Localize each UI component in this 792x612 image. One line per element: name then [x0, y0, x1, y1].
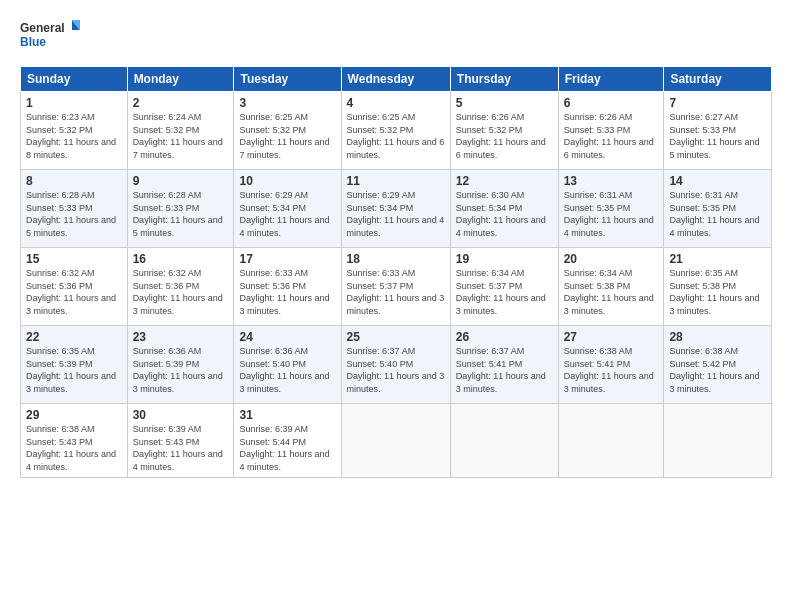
day-number: 18: [347, 252, 445, 266]
calendar-cell: 19 Sunrise: 6:34 AMSunset: 5:37 PMDaylig…: [450, 248, 558, 326]
day-number: 1: [26, 96, 122, 110]
day-number: 6: [564, 96, 659, 110]
day-number: 25: [347, 330, 445, 344]
day-number: 30: [133, 408, 229, 422]
calendar-cell: 11 Sunrise: 6:29 AMSunset: 5:34 PMDaylig…: [341, 170, 450, 248]
calendar-cell: 5 Sunrise: 6:26 AMSunset: 5:32 PMDayligh…: [450, 92, 558, 170]
weekday-header-monday: Monday: [127, 67, 234, 92]
day-info: Sunrise: 6:38 AMSunset: 5:43 PMDaylight:…: [26, 424, 116, 472]
day-info: Sunrise: 6:34 AMSunset: 5:37 PMDaylight:…: [456, 268, 546, 316]
calendar-cell: 23 Sunrise: 6:36 AMSunset: 5:39 PMDaylig…: [127, 326, 234, 404]
day-info: Sunrise: 6:35 AMSunset: 5:38 PMDaylight:…: [669, 268, 759, 316]
day-info: Sunrise: 6:36 AMSunset: 5:39 PMDaylight:…: [133, 346, 223, 394]
calendar-cell: 30 Sunrise: 6:39 AMSunset: 5:43 PMDaylig…: [127, 404, 234, 478]
day-number: 11: [347, 174, 445, 188]
calendar-cell: 25 Sunrise: 6:37 AMSunset: 5:40 PMDaylig…: [341, 326, 450, 404]
day-info: Sunrise: 6:38 AMSunset: 5:42 PMDaylight:…: [669, 346, 759, 394]
day-number: 27: [564, 330, 659, 344]
calendar-cell: 28 Sunrise: 6:38 AMSunset: 5:42 PMDaylig…: [664, 326, 772, 404]
calendar-cell: 26 Sunrise: 6:37 AMSunset: 5:41 PMDaylig…: [450, 326, 558, 404]
day-number: 24: [239, 330, 335, 344]
logo: General Blue: [20, 18, 80, 56]
calendar-cell: 4 Sunrise: 6:25 AMSunset: 5:32 PMDayligh…: [341, 92, 450, 170]
header: General Blue: [20, 18, 772, 56]
calendar-cell: 15 Sunrise: 6:32 AMSunset: 5:36 PMDaylig…: [21, 248, 128, 326]
day-info: Sunrise: 6:39 AMSunset: 5:43 PMDaylight:…: [133, 424, 223, 472]
calendar-cell: 13 Sunrise: 6:31 AMSunset: 5:35 PMDaylig…: [558, 170, 664, 248]
calendar-cell: 18 Sunrise: 6:33 AMSunset: 5:37 PMDaylig…: [341, 248, 450, 326]
day-info: Sunrise: 6:38 AMSunset: 5:41 PMDaylight:…: [564, 346, 654, 394]
day-number: 29: [26, 408, 122, 422]
weekday-header-wednesday: Wednesday: [341, 67, 450, 92]
calendar-cell: [450, 404, 558, 478]
calendar-cell: 22 Sunrise: 6:35 AMSunset: 5:39 PMDaylig…: [21, 326, 128, 404]
calendar-cell: 17 Sunrise: 6:33 AMSunset: 5:36 PMDaylig…: [234, 248, 341, 326]
weekday-header-thursday: Thursday: [450, 67, 558, 92]
calendar-cell: 21 Sunrise: 6:35 AMSunset: 5:38 PMDaylig…: [664, 248, 772, 326]
calendar-cell: 24 Sunrise: 6:36 AMSunset: 5:40 PMDaylig…: [234, 326, 341, 404]
day-number: 21: [669, 252, 766, 266]
day-info: Sunrise: 6:24 AMSunset: 5:32 PMDaylight:…: [133, 112, 223, 160]
day-number: 20: [564, 252, 659, 266]
calendar-table: SundayMondayTuesdayWednesdayThursdayFrid…: [20, 66, 772, 478]
svg-text:Blue: Blue: [20, 35, 46, 49]
day-info: Sunrise: 6:25 AMSunset: 5:32 PMDaylight:…: [347, 112, 445, 160]
calendar-cell: 16 Sunrise: 6:32 AMSunset: 5:36 PMDaylig…: [127, 248, 234, 326]
weekday-header-tuesday: Tuesday: [234, 67, 341, 92]
weekday-header-saturday: Saturday: [664, 67, 772, 92]
day-info: Sunrise: 6:28 AMSunset: 5:33 PMDaylight:…: [26, 190, 116, 238]
day-info: Sunrise: 6:33 AMSunset: 5:37 PMDaylight:…: [347, 268, 445, 316]
day-number: 28: [669, 330, 766, 344]
calendar-cell: 1 Sunrise: 6:23 AMSunset: 5:32 PMDayligh…: [21, 92, 128, 170]
day-number: 17: [239, 252, 335, 266]
day-number: 10: [239, 174, 335, 188]
day-number: 8: [26, 174, 122, 188]
day-number: 7: [669, 96, 766, 110]
day-info: Sunrise: 6:37 AMSunset: 5:40 PMDaylight:…: [347, 346, 445, 394]
day-info: Sunrise: 6:32 AMSunset: 5:36 PMDaylight:…: [26, 268, 116, 316]
day-number: 16: [133, 252, 229, 266]
day-number: 9: [133, 174, 229, 188]
calendar-cell: 8 Sunrise: 6:28 AMSunset: 5:33 PMDayligh…: [21, 170, 128, 248]
day-number: 15: [26, 252, 122, 266]
day-info: Sunrise: 6:28 AMSunset: 5:33 PMDaylight:…: [133, 190, 223, 238]
calendar-cell: [664, 404, 772, 478]
weekday-header-row: SundayMondayTuesdayWednesdayThursdayFrid…: [21, 67, 772, 92]
day-number: 4: [347, 96, 445, 110]
calendar-cell: 6 Sunrise: 6:26 AMSunset: 5:33 PMDayligh…: [558, 92, 664, 170]
day-info: Sunrise: 6:29 AMSunset: 5:34 PMDaylight:…: [239, 190, 329, 238]
day-info: Sunrise: 6:26 AMSunset: 5:32 PMDaylight:…: [456, 112, 546, 160]
day-info: Sunrise: 6:25 AMSunset: 5:32 PMDaylight:…: [239, 112, 329, 160]
day-number: 26: [456, 330, 553, 344]
calendar-cell: 7 Sunrise: 6:27 AMSunset: 5:33 PMDayligh…: [664, 92, 772, 170]
calendar-cell: [558, 404, 664, 478]
day-info: Sunrise: 6:31 AMSunset: 5:35 PMDaylight:…: [669, 190, 759, 238]
day-number: 3: [239, 96, 335, 110]
calendar-cell: 3 Sunrise: 6:25 AMSunset: 5:32 PMDayligh…: [234, 92, 341, 170]
calendar-cell: 9 Sunrise: 6:28 AMSunset: 5:33 PMDayligh…: [127, 170, 234, 248]
day-info: Sunrise: 6:23 AMSunset: 5:32 PMDaylight:…: [26, 112, 116, 160]
day-info: Sunrise: 6:30 AMSunset: 5:34 PMDaylight:…: [456, 190, 546, 238]
day-number: 23: [133, 330, 229, 344]
day-info: Sunrise: 6:32 AMSunset: 5:36 PMDaylight:…: [133, 268, 223, 316]
logo-svg: General Blue: [20, 18, 80, 56]
day-info: Sunrise: 6:31 AMSunset: 5:35 PMDaylight:…: [564, 190, 654, 238]
day-number: 2: [133, 96, 229, 110]
day-info: Sunrise: 6:35 AMSunset: 5:39 PMDaylight:…: [26, 346, 116, 394]
day-info: Sunrise: 6:33 AMSunset: 5:36 PMDaylight:…: [239, 268, 329, 316]
calendar-cell: [341, 404, 450, 478]
svg-text:General: General: [20, 21, 65, 35]
day-info: Sunrise: 6:39 AMSunset: 5:44 PMDaylight:…: [239, 424, 329, 472]
calendar-cell: 12 Sunrise: 6:30 AMSunset: 5:34 PMDaylig…: [450, 170, 558, 248]
day-info: Sunrise: 6:26 AMSunset: 5:33 PMDaylight:…: [564, 112, 654, 160]
calendar-cell: 31 Sunrise: 6:39 AMSunset: 5:44 PMDaylig…: [234, 404, 341, 478]
weekday-header-friday: Friday: [558, 67, 664, 92]
calendar-cell: 27 Sunrise: 6:38 AMSunset: 5:41 PMDaylig…: [558, 326, 664, 404]
day-number: 13: [564, 174, 659, 188]
day-number: 31: [239, 408, 335, 422]
day-info: Sunrise: 6:27 AMSunset: 5:33 PMDaylight:…: [669, 112, 759, 160]
calendar-cell: 20 Sunrise: 6:34 AMSunset: 5:38 PMDaylig…: [558, 248, 664, 326]
day-number: 14: [669, 174, 766, 188]
day-info: Sunrise: 6:37 AMSunset: 5:41 PMDaylight:…: [456, 346, 546, 394]
day-info: Sunrise: 6:34 AMSunset: 5:38 PMDaylight:…: [564, 268, 654, 316]
